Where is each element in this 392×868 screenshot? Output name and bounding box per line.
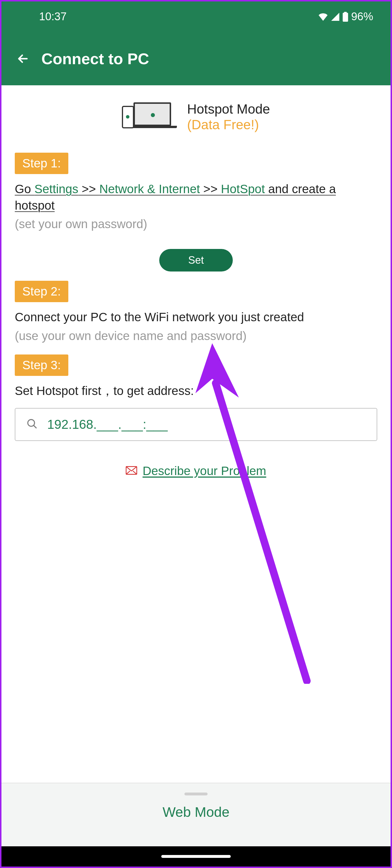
network-link[interactable]: Network & Internet — [99, 182, 200, 196]
set-button[interactable]: Set — [159, 249, 233, 272]
hotspot-link[interactable]: HotSpot — [221, 182, 265, 196]
mode-title: Hotspot Mode — [187, 101, 270, 117]
svg-rect-1 — [344, 12, 346, 13]
step3-badge: Step 3: — [15, 354, 68, 376]
step2-badge: Step 2: — [15, 281, 68, 302]
bottom-sheet[interactable]: Web Mode — [1, 783, 391, 846]
android-nav-bar — [1, 846, 391, 867]
svg-point-2 — [28, 420, 34, 426]
battery-percent: 96% — [351, 10, 373, 23]
mail-icon — [125, 466, 137, 476]
step1-hint: (set your own password) — [15, 217, 377, 231]
back-button[interactable] — [16, 52, 30, 66]
app-bar: Connect to PC — [1, 32, 391, 85]
app-title: Connect to PC — [41, 50, 149, 68]
step1-instruction[interactable]: Go Settings >> Network & Internet >> Hot… — [15, 181, 377, 214]
step2-hint: (use your own device name and password) — [15, 329, 377, 343]
status-bar: 10:37 96% — [1, 1, 391, 32]
address-box[interactable]: 192.168.___.___:___ — [15, 408, 377, 441]
step2-instruction: Connect your PC to the WiFi network you … — [15, 309, 377, 326]
sheet-handle-icon[interactable] — [185, 793, 207, 796]
battery-icon — [342, 12, 348, 22]
search-icon — [26, 418, 38, 431]
settings-link[interactable]: Settings — [34, 182, 79, 196]
web-mode-label[interactable]: Web Mode — [162, 804, 229, 820]
step1-badge: Step 1: — [15, 153, 68, 174]
mode-subtitle: (Data Free!) — [187, 117, 270, 132]
nav-handle[interactable] — [161, 855, 231, 858]
mode-header: Hotspot Mode (Data Free!) — [1, 85, 391, 150]
wifi-icon — [318, 13, 328, 21]
status-time: 10:37 — [39, 10, 66, 23]
svg-line-3 — [34, 425, 36, 428]
step1-sep1: >> — [78, 182, 99, 196]
device-illustration — [122, 102, 171, 131]
step1-sep2: >> — [200, 182, 221, 196]
step1-text-go: Go — [15, 182, 34, 196]
address-text: 192.168.___.___:___ — [47, 417, 168, 432]
describe-problem-link[interactable]: Describe your Problem — [142, 464, 266, 478]
svg-rect-0 — [343, 13, 348, 22]
content-area: Hotspot Mode (Data Free!) Step 1: Go Set… — [1, 85, 391, 867]
signal-icon — [331, 13, 340, 21]
problem-row[interactable]: Describe your Problem — [1, 453, 391, 490]
status-right: 96% — [318, 10, 373, 23]
step3-instruction: Set Hotspot first，to get address: — [15, 383, 377, 399]
